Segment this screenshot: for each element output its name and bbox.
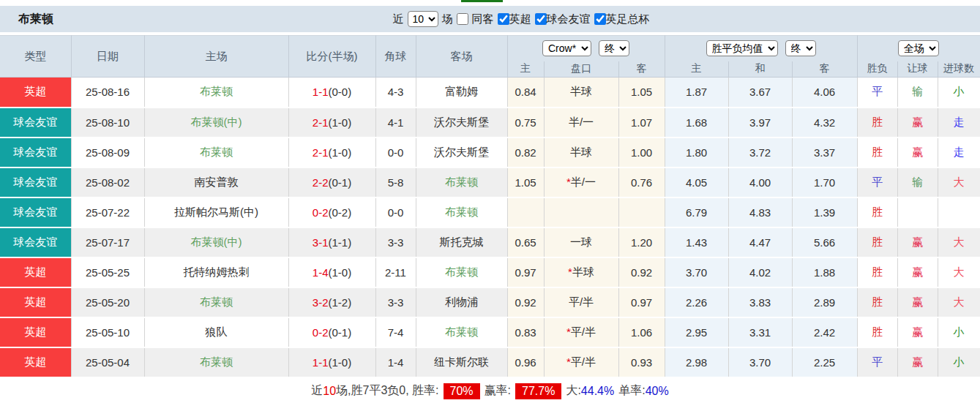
odds-source-select[interactable]: Crow* bbox=[542, 40, 591, 56]
home-team: 布莱顿(中) bbox=[144, 108, 288, 138]
games-label: 场 bbox=[442, 12, 453, 26]
recent-games-select[interactable]: 10 bbox=[408, 11, 438, 27]
score-cell: 3-1(1-1) bbox=[288, 227, 375, 257]
big-rate-label: 大: bbox=[566, 383, 580, 399]
match-date: 25-05-10 bbox=[71, 317, 144, 347]
avg-draw: 3.83 bbox=[728, 287, 792, 317]
result-handicap: 赢 bbox=[897, 317, 938, 347]
result-goals: 小 bbox=[938, 347, 980, 377]
result-wdl: 胜 bbox=[857, 257, 897, 287]
avg-home: 2.26 bbox=[665, 287, 728, 317]
sub-header-odds-away: 客 bbox=[618, 61, 665, 78]
sub-header-wdl: 胜负 bbox=[857, 61, 897, 78]
half-time-score: (0-1) bbox=[329, 326, 352, 339]
result-handicap bbox=[897, 197, 938, 227]
same-away-checkbox[interactable] bbox=[457, 13, 468, 25]
avg-home: 2.98 bbox=[665, 347, 728, 377]
league-checkbox[interactable] bbox=[535, 13, 547, 25]
filter-controls: 近 10 场 同客 英超 球会友谊 英足总杯 bbox=[393, 11, 650, 27]
single-rate-value: 40% bbox=[646, 385, 669, 398]
corner-score: 0-0 bbox=[375, 138, 416, 167]
odds-away: 1.06 bbox=[618, 317, 665, 347]
match-history-page: 布莱顿 近 10 场 同客 英超 球会友谊 英足总杯 bbox=[0, 0, 980, 403]
profit-rate-badge: 77.7% bbox=[515, 383, 561, 399]
league-checkbox[interactable] bbox=[594, 13, 606, 25]
league-badge: 球会友谊 bbox=[0, 108, 71, 138]
odds-home: 0.65 bbox=[507, 227, 544, 257]
score-cell: 1-1(0-0) bbox=[288, 78, 375, 108]
score-cell: 3-2(1-2) bbox=[288, 287, 375, 317]
match-date: 25-05-04 bbox=[71, 347, 144, 377]
match-date: 25-08-10 bbox=[71, 108, 144, 138]
away-team: 布莱顿 bbox=[416, 317, 507, 347]
avg-draw: 4.47 bbox=[728, 227, 792, 257]
col-header-away: 客场 bbox=[416, 36, 507, 78]
result-goals: 大 bbox=[938, 257, 980, 287]
summary-record: 场,胜7平3负0, 胜率: bbox=[336, 383, 438, 399]
score-cell: 2-1(1-0) bbox=[288, 138, 375, 167]
home-team: 布莱顿 bbox=[144, 78, 288, 108]
line-text: 平/半 bbox=[569, 295, 594, 308]
avg-home: 6.79 bbox=[665, 197, 728, 227]
avg-away: 3.37 bbox=[792, 138, 857, 167]
half-time-score: (1-2) bbox=[329, 296, 352, 309]
league-checkbox[interactable] bbox=[498, 13, 509, 25]
table-row: 球会友谊 25-08-02 南安普敦 2-2(0-1) 5-8 布莱顿 1.05… bbox=[0, 167, 980, 197]
full-time-score: 2-1 bbox=[313, 146, 329, 159]
result-handicap: 赢 bbox=[897, 108, 938, 138]
handicap-line: 一球 bbox=[544, 227, 618, 257]
line-text: 半球 bbox=[570, 146, 592, 158]
odds-home: 0.96 bbox=[507, 347, 544, 377]
col-header-corner: 角球 bbox=[375, 36, 416, 78]
table-row: 英超 25-05-04 布莱顿 1-1(1-0) 1-4 纽卡斯尔联 0.96 … bbox=[0, 347, 980, 377]
corner-score: 4-1 bbox=[375, 108, 416, 138]
full-time-score: 3-1 bbox=[313, 236, 329, 249]
score-cell: 0-2(0-2) bbox=[288, 197, 375, 227]
odds-away: 1.20 bbox=[618, 227, 665, 257]
match-date: 25-08-09 bbox=[71, 138, 144, 167]
result-handicap: 赢 bbox=[897, 227, 938, 257]
handicap-line: *平/半 bbox=[544, 347, 618, 377]
result-handicap: 赢 bbox=[897, 138, 938, 167]
handicap-line: *半/一 bbox=[544, 167, 618, 197]
avg-away: 2.89 bbox=[792, 287, 857, 317]
league-label: 球会友谊 bbox=[547, 12, 591, 26]
half-time-score: (1-0) bbox=[329, 266, 352, 279]
matches-table: 类型 日期 主场 比分(半场) 角球 客场 Crow* 终 胜平负均值 终 bbox=[0, 35, 980, 378]
col-header-date: 日期 bbox=[71, 36, 144, 78]
league-badge: 球会友谊 bbox=[0, 138, 71, 167]
avg-source-select[interactable]: 胜平负均值 bbox=[706, 40, 778, 56]
result-goals: 大 bbox=[938, 227, 980, 257]
odds-away: 1.00 bbox=[618, 138, 665, 167]
avg-home: 1.87 bbox=[665, 78, 728, 108]
full-court-select[interactable]: 全场 bbox=[898, 40, 939, 56]
avg-time-select[interactable]: 终 bbox=[785, 40, 816, 56]
away-team: 沃尔夫斯堡 bbox=[416, 138, 507, 167]
line-text: 半球 bbox=[572, 265, 594, 278]
active-tab-indicator bbox=[461, 0, 503, 2]
avg-draw: 4.02 bbox=[728, 257, 792, 287]
odds-time-select[interactable]: 终 bbox=[599, 40, 629, 56]
home-team: 布莱顿 bbox=[144, 138, 288, 167]
league-badge: 英超 bbox=[0, 347, 71, 377]
result-goals bbox=[938, 197, 980, 227]
avg-home: 4.05 bbox=[665, 167, 728, 197]
away-team: 布莱顿 bbox=[416, 197, 507, 227]
summary-prefix: 近 bbox=[311, 383, 323, 399]
table-row: 英超 25-05-20 布莱顿 3-2(1-2) 3-3 利物浦 0.92 平/… bbox=[0, 287, 980, 317]
home-team: 托特纳姆热刺 bbox=[144, 257, 288, 287]
avg-away: 1.88 bbox=[792, 257, 857, 287]
half-time-score: (0-0) bbox=[329, 86, 352, 98]
result-group-header: 全场 bbox=[857, 36, 980, 61]
league-badge: 球会友谊 bbox=[0, 227, 71, 257]
home-team: 布莱顿 bbox=[144, 287, 288, 317]
odds-home: 0.92 bbox=[507, 287, 544, 317]
home-team: 布莱顿 bbox=[144, 347, 288, 377]
corner-score: 3-3 bbox=[375, 287, 416, 317]
home-team: 拉斯帕尔马斯(中) bbox=[144, 197, 288, 227]
sub-header-avg-away: 客 bbox=[792, 61, 857, 78]
league-badge: 球会友谊 bbox=[0, 197, 71, 227]
avg-home: 1.43 bbox=[665, 227, 728, 257]
score-cell: 1-4(1-0) bbox=[288, 257, 375, 287]
odds-away: 0.93 bbox=[618, 347, 665, 377]
